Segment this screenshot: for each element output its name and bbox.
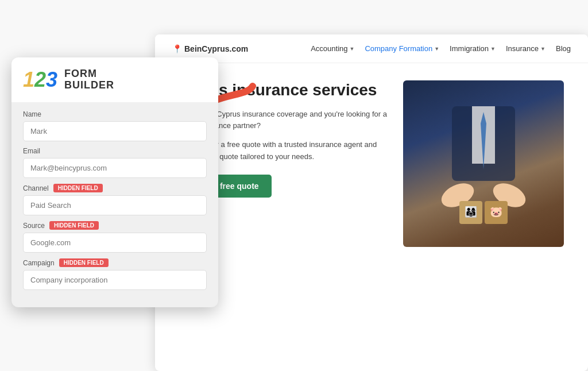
svg-text:🐷: 🐷 [490,206,503,218]
form-builder-panel: 1 2 3 FORM BUILDER Name Email [11,57,218,307]
logo-digit-2: 2 [34,68,46,92]
email-label-row: Email [23,147,207,155]
logo-builder-text: BUILDER [64,80,114,91]
dropdown-arrow-icon: ▼ [349,46,354,52]
campaign-field-group: Campaign HIDDEN FIELD [23,258,207,290]
channel-label: Channel [23,184,49,192]
nav-item-blog[interactable]: Blog [556,44,571,53]
insurance-illustration: 👨‍👩‍👧 🐷 [420,95,547,233]
name-label-row: Name [23,110,207,118]
channel-hidden-badge: HIDDEN FIELD [53,184,103,192]
nav-item-accounting[interactable]: Accounting ▼ [311,44,354,53]
hero-image-inner: 👨‍👩‍👧 🐷 [403,80,564,247]
campaign-hidden-badge: HIDDEN FIELD [59,258,109,267]
dropdown-arrow-icon: ▼ [540,46,546,52]
nav-item-immigration[interactable]: Immigration ▼ [450,44,496,53]
source-label: Source [23,222,45,230]
nav-item-insurance[interactable]: Insurance ▼ [506,44,546,53]
campaign-input[interactable] [23,270,207,290]
campaign-label: Campaign [23,259,55,267]
source-hidden-badge: HIDDEN FIELD [49,221,99,230]
form-body: Name Email Channel HIDDEN FIELD [11,102,218,307]
dropdown-arrow-icon: ▼ [490,46,496,52]
dropdown-arrow-icon: ▼ [434,46,439,52]
source-field-group: Source HIDDEN FIELD [23,221,207,253]
email-field-group: Email [23,147,207,178]
logo-digit-1: 1 [23,68,34,92]
website-logo: 📍 BeinCyprus.com [172,44,248,53]
name-label: Name [23,110,41,118]
form-header: 1 2 3 FORM BUILDER [11,57,218,102]
channel-input[interactable] [23,195,207,215]
logo-form-text: FORM [64,68,114,80]
website-logo-text: BeinCyprus.com [184,44,248,53]
email-input[interactable] [23,158,207,178]
page-background: 📍 BeinCyprus.com Accounting ▼ Company Fo… [0,0,588,371]
channel-label-row: Channel HIDDEN FIELD [23,184,207,192]
source-input[interactable] [23,233,207,253]
channel-field-group: Channel HIDDEN FIELD [23,184,207,215]
hero-image: 👨‍👩‍👧 🐷 [403,80,564,247]
nav-item-company-formation[interactable]: Company Formation ▼ [365,44,439,53]
name-field-group: Name [23,110,207,141]
website-navbar: 📍 BeinCyprus.com Accounting ▼ Company Fo… [155,34,588,63]
campaign-label-row: Campaign HIDDEN FIELD [23,258,207,267]
logo-text-block: FORM BUILDER [64,68,114,91]
source-label-row: Source HIDDEN FIELD [23,221,207,230]
nav-items: Accounting ▼ Company Formation ▼ Immigra… [311,44,571,53]
form-builder-logo: 1 2 3 [23,68,57,92]
logo-digit-3: 3 [46,68,57,92]
svg-text:👨‍👩‍👧: 👨‍👩‍👧 [465,206,478,218]
email-label: Email [23,147,40,155]
location-pin-icon: 📍 [172,44,182,53]
name-input[interactable] [23,121,207,141]
